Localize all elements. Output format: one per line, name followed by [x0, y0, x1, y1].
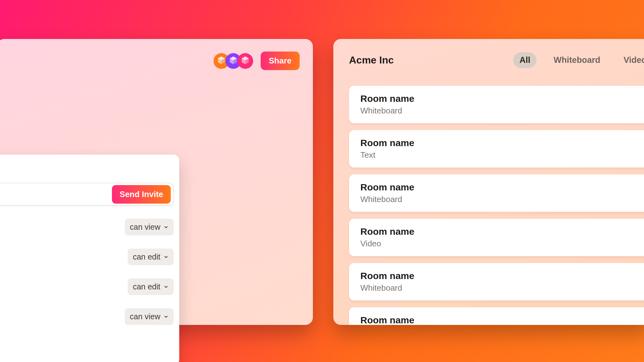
org-title: Acme Inc [349, 54, 501, 66]
room-name: Room name [360, 93, 640, 104]
share-button[interactable]: Share [261, 52, 300, 70]
cube-icon [241, 56, 250, 66]
person-row: oucherot acme.inc can edit [0, 247, 174, 267]
chevron-down-icon [164, 225, 169, 230]
chevron-down-icon [164, 255, 169, 260]
invite-row: nc Send Invite [0, 183, 174, 206]
permission-select[interactable]: can edit [128, 278, 174, 295]
room-type: Whiteboard [360, 106, 640, 116]
room-type: Text [360, 150, 640, 160]
permission-select[interactable]: can view [125, 219, 174, 235]
avatar[interactable] [237, 53, 253, 69]
room-name: Room name [360, 226, 640, 237]
filter-tab[interactable]: All [513, 52, 537, 68]
person-row: enriquez acme.inc can edit [0, 277, 174, 297]
chevron-down-icon [164, 314, 169, 319]
filter-tabs: AllWhiteboardVideo [513, 52, 644, 68]
room-card[interactable]: Room name Whiteboard [349, 263, 644, 300]
person-row: antharam cme.inc can view [0, 306, 174, 327]
filter-tab[interactable]: Whiteboard [547, 52, 607, 68]
top-right-controls: Share [214, 52, 300, 70]
permission-label: can edit [133, 282, 160, 291]
avatar-stack [214, 53, 253, 69]
room-name: Room name [360, 271, 640, 281]
cube-icon [217, 56, 226, 66]
permission-select[interactable]: can edit [128, 249, 174, 265]
room-type: Video [360, 239, 640, 249]
permission-label: can view [130, 312, 160, 321]
filter-tab[interactable]: Video [617, 52, 644, 68]
room-card[interactable]: Room name Text [349, 307, 644, 325]
chevron-down-icon [164, 284, 169, 289]
people-list: Driessen @acme.inc can view oucherot acm… [0, 217, 174, 327]
share-dialog: nc Send Invite Driessen @acme.inc can vi… [0, 155, 179, 362]
room-card[interactable]: Room name Whiteboard [349, 174, 644, 212]
room-card[interactable]: Room name Video [349, 219, 644, 256]
room-name: Room name [360, 182, 640, 193]
send-invite-button[interactable]: Send Invite [112, 185, 171, 204]
rooms-panel: Acme Inc AllWhiteboardVideo Room name Wh… [333, 39, 644, 325]
rooms-list: Room name Whiteboard Room name Text Room… [349, 86, 644, 325]
share-panel-container: Share nc Send Invite Driessen @acme.inc … [0, 39, 313, 325]
person-row: Driessen @acme.inc can view [0, 217, 174, 237]
room-type: Whiteboard [360, 283, 640, 293]
permission-label: can edit [133, 252, 160, 261]
rooms-header: Acme Inc AllWhiteboardVideo [349, 52, 644, 68]
permission-select[interactable]: can view [125, 308, 174, 325]
room-name: Room name [360, 315, 640, 325]
room-card[interactable]: Room name Whiteboard [349, 86, 644, 123]
permission-label: can view [130, 222, 160, 232]
room-name: Room name [360, 138, 640, 148]
room-card[interactable]: Room name Text [349, 130, 644, 167]
room-type: Whiteboard [360, 195, 640, 204]
cube-icon [229, 56, 238, 66]
